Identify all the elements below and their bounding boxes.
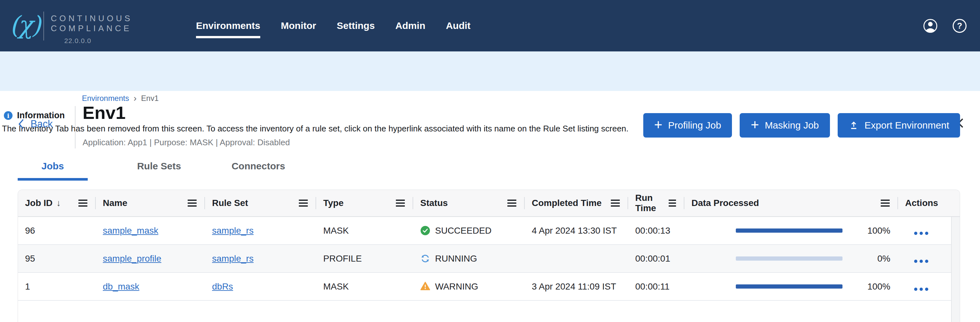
app-version: 22.0.0.0	[51, 36, 133, 46]
cell-completed-time: 3 Apr 2024 11:09 IST	[525, 282, 628, 292]
table-scrollbar[interactable]	[951, 217, 960, 322]
user-account-icon[interactable]	[923, 18, 938, 33]
cell-actions	[898, 224, 960, 237]
chevron-left-icon	[18, 119, 25, 129]
brand-divider	[43, 11, 44, 40]
cell-run-time: 00:00:01	[628, 253, 684, 264]
cell-type: MASK	[316, 226, 413, 236]
succeeded-icon	[420, 226, 430, 236]
nav-item-audit[interactable]: Audit	[446, 19, 471, 32]
breadcrumb-link-environments[interactable]: Environments	[82, 94, 129, 103]
column-header-run-time[interactable]: Run Time	[628, 190, 684, 216]
info-icon: i	[4, 111, 13, 120]
column-menu-icon[interactable]	[188, 199, 197, 207]
cell-data-processed: 100%	[684, 282, 898, 292]
row-actions-menu-icon[interactable]	[914, 252, 931, 265]
cell-completed-time: 4 Apr 2024 13:30 IST	[525, 226, 628, 236]
page-title: Env1	[83, 102, 126, 123]
column-header-name[interactable]: Name	[96, 190, 205, 216]
column-header-job-id[interactable]: Job ID ↓	[18, 190, 96, 216]
cell-data-processed: 100%	[684, 226, 898, 236]
cell-job-id: 95	[18, 253, 96, 264]
progress-bar	[736, 257, 843, 261]
cell-status: RUNNING	[413, 253, 525, 264]
progress-label: 0%	[878, 253, 890, 264]
rule-set-link[interactable]: dbRs	[212, 282, 233, 292]
job-name-link[interactable]: sample_mask	[103, 226, 158, 236]
profiling-job-button[interactable]: + Profiling Job	[643, 113, 732, 137]
banner-message: The Inventory Tab has been removed from …	[2, 124, 628, 134]
column-menu-icon[interactable]	[508, 199, 516, 207]
column-menu-icon[interactable]	[299, 199, 308, 207]
app-window: (χ) CONTINUOUS COMPLIANCE 22.0.0.0 Envir…	[0, 0, 980, 322]
masking-job-button[interactable]: + Masking Job	[740, 113, 830, 137]
sort-desc-icon[interactable]: ↓	[57, 198, 61, 208]
tab-rule-sets[interactable]: Rule Sets	[124, 161, 194, 181]
jobs-table: Job ID ↓ Name Rule Set Type Status Co	[18, 190, 960, 322]
running-icon	[420, 253, 430, 263]
chevron-right-icon: ›	[129, 94, 141, 102]
export-icon	[849, 120, 859, 131]
export-environment-label: Export Environment	[865, 120, 949, 131]
column-header-type[interactable]: Type	[316, 190, 413, 216]
row-actions-menu-icon[interactable]	[914, 224, 931, 237]
column-menu-icon[interactable]	[78, 199, 88, 207]
cell-job-id: 96	[18, 226, 96, 236]
cell-status: WARNING	[413, 282, 525, 292]
cell-run-time: 00:00:11	[628, 282, 684, 292]
cell-job-id: 1	[18, 282, 96, 292]
rule-set-link[interactable]: sample_rs	[212, 226, 253, 236]
nav-item-settings[interactable]: Settings	[337, 19, 375, 32]
cell-actions	[898, 280, 960, 293]
navbar-right-icons: ?	[923, 0, 967, 51]
table-row: 1 db_mask dbRs MASK WARNING 3 Apr 2024 1…	[18, 273, 960, 301]
row-actions-menu-icon[interactable]	[914, 280, 931, 293]
column-header-data-processed[interactable]: Data Processed	[684, 190, 898, 216]
cell-data-processed: 0%	[684, 253, 898, 264]
column-header-status[interactable]: Status	[413, 190, 525, 216]
export-environment-button[interactable]: Export Environment	[838, 113, 960, 137]
column-menu-icon[interactable]	[881, 199, 890, 207]
breadcrumb: Environments › Env1	[82, 94, 159, 103]
masking-job-label: Masking Job	[765, 120, 819, 131]
brand-text: CONTINUOUS COMPLIANCE 22.0.0.0	[51, 13, 133, 46]
brand-line2: COMPLIANCE	[51, 24, 133, 33]
nav-item-environments[interactable]: Environments	[196, 19, 260, 32]
column-header-actions: Actions	[898, 190, 960, 216]
info-banner: i Information The Inventory Tab has been…	[0, 51, 980, 91]
status-label: RUNNING	[435, 253, 477, 264]
column-header-completed-time[interactable]: Completed Time	[525, 190, 628, 216]
nav-item-admin[interactable]: Admin	[395, 19, 425, 32]
profiling-job-label: Profiling Job	[668, 120, 721, 131]
column-header-rule-set[interactable]: Rule Set	[205, 190, 316, 216]
cell-actions	[898, 252, 960, 265]
table-header-row: Job ID ↓ Name Rule Set Type Status Co	[18, 190, 960, 217]
main-nav: Environments Monitor Settings Admin Audi…	[196, 0, 470, 51]
help-icon[interactable]: ?	[952, 18, 967, 33]
progress-label: 100%	[867, 226, 890, 236]
tab-jobs[interactable]: Jobs	[18, 161, 88, 181]
breadcrumb-current: Env1	[141, 94, 159, 103]
job-name-link[interactable]: db_mask	[103, 282, 140, 292]
nav-item-monitor[interactable]: Monitor	[281, 19, 316, 32]
delphix-logo-icon: (χ)	[10, 9, 40, 41]
back-button[interactable]: Back	[18, 118, 53, 130]
column-menu-icon[interactable]	[669, 199, 676, 207]
column-menu-icon[interactable]	[396, 199, 405, 207]
column-menu-icon[interactable]	[611, 199, 620, 207]
progress-bar	[736, 228, 843, 233]
tab-connectors[interactable]: Connectors	[222, 161, 295, 181]
cell-type: PROFILE	[316, 253, 413, 264]
progress-label: 100%	[867, 282, 890, 292]
job-name-link[interactable]: sample_profile	[103, 253, 161, 263]
progress-bar	[736, 284, 843, 289]
back-label: Back	[30, 118, 53, 130]
table-row: 95 sample_profile sample_rs PROFILE RUNN…	[18, 245, 960, 273]
status-label: SUCCEEDED	[435, 226, 492, 236]
table-row: 96 sample_mask sample_rs MASK SUCCEEDED …	[18, 217, 960, 245]
detail-tabs: Jobs Rule Sets Connectors	[18, 161, 295, 181]
rule-set-link[interactable]: sample_rs	[212, 253, 253, 263]
plus-icon: +	[751, 118, 759, 132]
cell-run-time: 00:00:13	[628, 226, 684, 236]
title-divider	[75, 106, 75, 148]
